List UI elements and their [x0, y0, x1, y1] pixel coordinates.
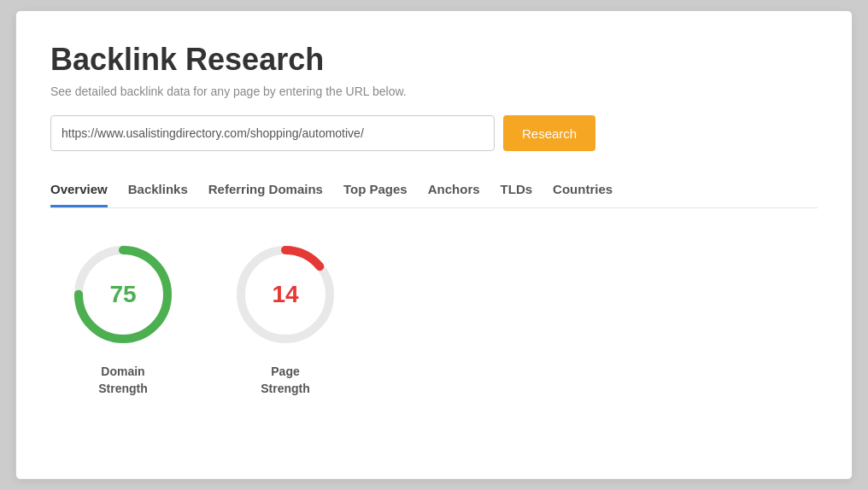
url-input[interactable]: [50, 115, 495, 151]
metrics-row: 75 Domain Strength 14 Page Strength: [50, 239, 818, 397]
main-window: Backlink Research See detailed backlink …: [15, 10, 853, 480]
tab-referring-domains[interactable]: Referring Domains: [208, 175, 323, 207]
domain-strength-chart: 75: [67, 239, 179, 350]
tab-backlinks[interactable]: Backlinks: [128, 175, 188, 207]
tabs-nav: Overview Backlinks Referring Domains Top…: [50, 175, 818, 208]
page-strength-card: 14 Page Strength: [230, 239, 341, 397]
domain-strength-label: Domain Strength: [98, 364, 148, 397]
tab-overview[interactable]: Overview: [50, 175, 108, 207]
tab-top-pages[interactable]: Top Pages: [343, 175, 408, 207]
page-title: Backlink Research: [50, 42, 818, 78]
page-strength-chart: 14: [230, 239, 341, 350]
tab-anchors[interactable]: Anchors: [428, 175, 480, 207]
search-row: Research: [50, 115, 818, 151]
tab-countries[interactable]: Countries: [553, 175, 613, 207]
domain-strength-value: 75: [109, 281, 136, 308]
domain-strength-card: 75 Domain Strength: [67, 239, 179, 397]
page-strength-label: Page Strength: [261, 364, 310, 397]
subtitle: See detailed backlink data for any page …: [50, 85, 818, 98]
page-strength-value: 14: [272, 281, 298, 308]
tab-tlds[interactable]: TLDs: [501, 175, 533, 207]
research-button[interactable]: Research: [503, 115, 595, 151]
